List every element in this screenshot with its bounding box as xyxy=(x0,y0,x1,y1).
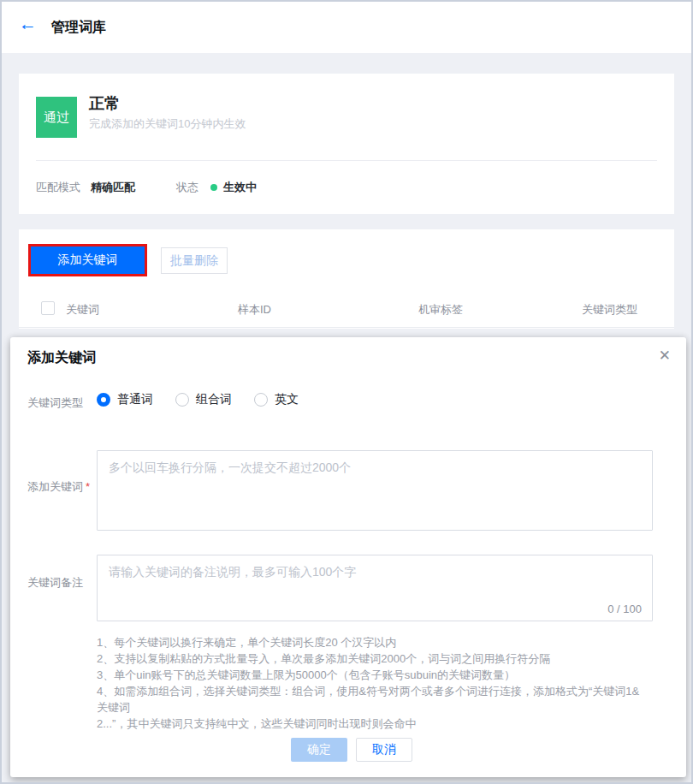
radio-unselected-icon xyxy=(175,393,189,407)
keyword-type-radio-group: 普通词 组合词 英文 xyxy=(97,392,321,407)
thesaurus-status-title: 正常 xyxy=(89,93,120,114)
note-line-2: 2、支持以复制粘贴的方式批量导入，单次最多添加关键词2000个，词与词之间用换行… xyxy=(97,650,644,667)
note-line-3: 3、单个uin账号下的总关键词数量上限为50000个（包含子账号subuin的关… xyxy=(97,667,644,683)
batch-delete-button[interactable]: 批量删除 xyxy=(161,247,228,274)
add-keyword-modal: 添加关键词 ✕ 关键词类型 普通词 组合词 英文 添加关键词* 关键词备注 xyxy=(10,337,686,777)
keyword-type-label: 关键词类型 xyxy=(27,395,83,411)
note-line-4: 4、如需添加组合词，选择关键词类型：组合词，使用&符号对两个或者多个词进行连接，… xyxy=(97,683,644,716)
add-keywords-textarea-box xyxy=(97,450,653,531)
match-mode-value: 精确匹配 xyxy=(91,180,135,195)
column-header-sample-id: 样本ID xyxy=(238,302,271,318)
add-keywords-field-label: 添加关键词* xyxy=(27,479,90,495)
manage-thesaurus-page: ← 管理词库 通过 正常 完成添加的关键词10分钟内生效 匹配模式 精确匹配 状… xyxy=(0,0,693,784)
status-meta-row: 匹配模式 精确匹配 状态 生效中 xyxy=(36,175,257,200)
column-header-keyword-type: 关键词类型 xyxy=(582,302,637,318)
match-mode-label: 匹配模式 xyxy=(36,180,80,195)
select-all-checkbox[interactable] xyxy=(41,301,55,315)
radio-label: 普通词 xyxy=(117,392,153,407)
page-title: 管理词库 xyxy=(51,19,106,37)
radio-selected-icon xyxy=(97,393,110,407)
column-header-machine-label: 机审标签 xyxy=(418,302,463,318)
back-arrow-icon[interactable]: ← xyxy=(19,15,37,33)
close-icon[interactable]: ✕ xyxy=(659,347,671,365)
remark-field-label: 关键词备注 xyxy=(27,575,83,591)
radio-option-common-word[interactable]: 普通词 xyxy=(97,392,153,407)
radio-option-english[interactable]: 英文 xyxy=(254,392,299,407)
radio-unselected-icon xyxy=(254,393,268,407)
radio-label: 英文 xyxy=(275,392,299,407)
add-keyword-button[interactable]: 添加关键词 xyxy=(28,244,147,276)
add-keywords-label-text: 添加关键词 xyxy=(27,480,83,493)
required-asterisk: * xyxy=(86,480,90,493)
radio-label: 组合词 xyxy=(196,392,232,407)
keyword-table-card: 添加关键词 批量删除 关键词 样本ID 机审标签 关键词类型 xyxy=(19,229,674,329)
pass-status-badge: 通过 xyxy=(36,97,77,138)
confirm-button[interactable]: 确定 xyxy=(291,738,347,762)
modal-notes: 1、每个关键词以换行来确定，单个关键词长度20 个汉字以内 2、支持以复制粘贴的… xyxy=(97,634,644,732)
char-counter: 0 / 100 xyxy=(607,603,642,615)
thesaurus-status-subtitle: 完成添加的关键词10分钟内生效 xyxy=(89,116,246,132)
page-header: ← 管理词库 xyxy=(2,2,691,53)
table-header-row: 关键词 样本ID 机审标签 关键词类型 xyxy=(19,289,674,328)
status-label: 状态 xyxy=(176,180,198,195)
status-card: 通过 正常 完成添加的关键词10分钟内生效 匹配模式 精确匹配 状态 生效中 xyxy=(19,74,674,214)
cancel-button[interactable]: 取消 xyxy=(356,738,412,762)
add-keywords-textarea[interactable] xyxy=(97,450,653,531)
modal-title: 添加关键词 xyxy=(27,349,96,367)
status-dot xyxy=(210,184,217,191)
column-header-keyword: 关键词 xyxy=(66,302,99,318)
note-line-5: 2...”，其中关键词只支持纯中文，这些关键词同时出现时则会命中 xyxy=(97,716,644,732)
status-value: 生效中 xyxy=(223,180,257,195)
remark-textarea-box: 0 / 100 xyxy=(97,555,653,621)
remark-textarea[interactable] xyxy=(97,555,653,621)
radio-option-combined-word[interactable]: 组合词 xyxy=(175,392,232,407)
note-line-1: 1、每个关键词以换行来确定，单个关键词长度20 个汉字以内 xyxy=(97,634,644,650)
card-divider xyxy=(36,160,657,161)
